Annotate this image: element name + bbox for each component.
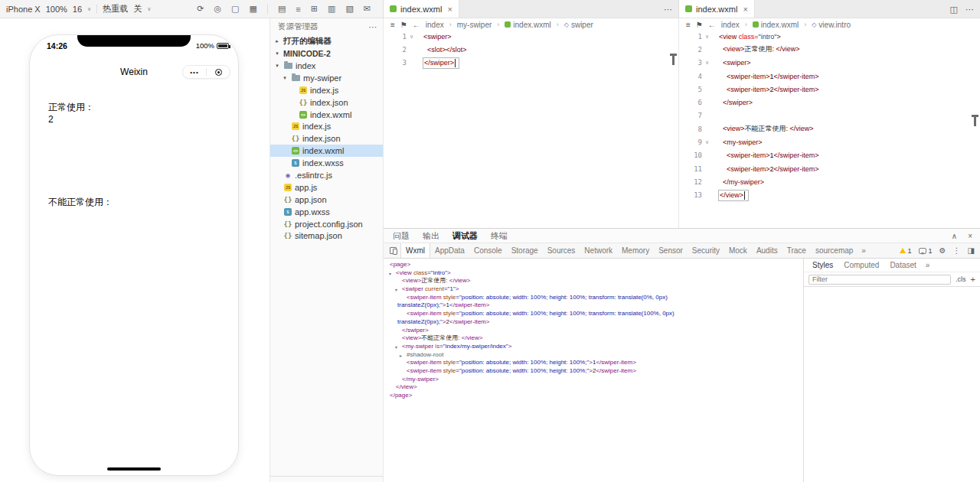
panel-icon[interactable]: ▥ (328, 4, 335, 14)
theme-icon[interactable]: ▧ (345, 4, 353, 14)
tree-file-sitemap.json[interactable]: {}sitemap.json (270, 230, 383, 242)
devtools-tab-sourcemap[interactable]: sourcemap (811, 243, 858, 258)
code-line-5[interactable]: 5 <swiper-item>2</swiper-item> (679, 83, 980, 96)
back-icon[interactable]: ← (413, 21, 420, 29)
bookmark-icon[interactable]: ⚑ (400, 21, 407, 29)
devtools-tab-storage[interactable]: Storage (507, 243, 543, 258)
device-selector[interactable]: iPhone X (6, 5, 41, 14)
zoom-selector[interactable]: 100% (46, 5, 67, 14)
more-actions-icon[interactable]: ⋯ (664, 5, 672, 15)
code-editor[interactable]: 1∨<view class="intro">2 <view>正常使用: </vi… (679, 30, 980, 228)
record-icon[interactable]: ◎ (214, 4, 222, 14)
tab-index-wxml[interactable]: index.wxml × (384, 0, 459, 18)
grid-icon[interactable]: ⊞ (311, 4, 318, 14)
code-line-3[interactable]: 3∨ <swiper> (679, 57, 980, 70)
close-tab-icon[interactable]: × (743, 5, 747, 14)
tab-overflow-icon[interactable]: » (922, 261, 934, 269)
code-line-2[interactable]: 2 <slot></slot> (384, 43, 678, 56)
code-line-2[interactable]: 2 <view>正常使用: </view> (679, 43, 980, 56)
devtools-tab-sensor[interactable]: Sensor (654, 243, 688, 258)
tree-file-index.json[interactable]: {}index.json (270, 132, 383, 145)
devtools-tab-memory[interactable]: Memory (617, 243, 654, 258)
collapse-panel-icon[interactable]: ∧ (952, 232, 957, 240)
devtools-tab-console[interactable]: Console (469, 243, 507, 258)
code-line-13[interactable]: 13</view> (679, 189, 980, 202)
breadcrumb-item[interactable]: my-swiper (457, 21, 492, 29)
code-line-6[interactable]: 6 </swiper> (679, 96, 980, 109)
settings-gear-icon[interactable]: ⚙ (939, 246, 946, 255)
tree-file-app.json[interactable]: {}app.json (270, 194, 383, 206)
devtools-tab-sources[interactable]: Sources (543, 243, 580, 258)
debugger-tab-输出[interactable]: 输出 (423, 230, 439, 242)
devtools-tab-security[interactable]: Security (688, 243, 724, 258)
code-line-4[interactable]: 4 <swiper-item>1</swiper-item> (679, 70, 980, 83)
list-icon[interactable]: ≡ (296, 5, 300, 14)
wxml-tree-node[interactable]: ▾<my-swiper is="index/my-swiper/index"> (384, 343, 803, 351)
files-icon[interactable]: ▤ (278, 4, 286, 14)
tree-file-index.wxss[interactable]: Sindex.wxss (270, 157, 383, 169)
split-editor-icon[interactable]: ◫ (950, 5, 958, 15)
tree-file-index.js[interactable]: JSindex.js (270, 84, 383, 96)
code-line-3[interactable]: 3</swiper> (384, 57, 678, 70)
wxml-tree-node[interactable]: ▾<swiper current="1"> (384, 285, 803, 294)
breadcrumb-item[interactable]: index.wxml (505, 21, 550, 29)
wxml-tree-node[interactable]: </my-swiper> (384, 376, 803, 384)
code-editor[interactable]: 1∨<swiper>2 <slot></slot>3</swiper> (384, 30, 678, 228)
breadcrumb-item[interactable]: index (721, 21, 740, 29)
wxml-tree-node[interactable]: translateZ(0px);">2</swiper-item> (384, 318, 803, 327)
explorer-more-icon[interactable]: ⋯ (369, 22, 377, 31)
devtools-tab-wxml[interactable]: Wxml (400, 243, 430, 258)
fold-arrow-icon[interactable]: ∨ (702, 34, 712, 40)
device-toolbar-icon[interactable] (390, 247, 397, 254)
breadcrumb-item[interactable]: index (426, 21, 444, 29)
breadcrumb-item[interactable]: ◇swiper (564, 21, 593, 29)
wxml-tree-node[interactable]: </page> (384, 392, 803, 400)
tree-folder-my-swiper[interactable]: ▾my-swiper (270, 72, 383, 84)
more-options-icon[interactable]: ⋮ (953, 246, 961, 255)
wxml-tree-node[interactable]: <view>正常使用: </view> (384, 277, 803, 285)
fold-arrow-icon[interactable]: ∨ (702, 139, 712, 145)
tree-file-index.js[interactable]: JSindex.js (270, 120, 383, 132)
wxml-tree-node[interactable]: </view> (384, 383, 803, 392)
wxml-element-tree[interactable]: <page>▾<view class="intro"><view>正常使用: <… (384, 259, 803, 482)
devtools-tab-mock[interactable]: Mock (724, 243, 752, 258)
tree-file-app.wxss[interactable]: Sapp.wxss (270, 206, 383, 218)
code-line-11[interactable]: 11 <swiper-item>2</swiper-item> (679, 162, 980, 175)
code-line-10[interactable]: 10 <swiper-item>1</swiper-item> (679, 149, 980, 162)
debugger-tab-终端[interactable]: 终端 (491, 230, 508, 242)
close-panel-icon[interactable]: × (968, 232, 972, 240)
menu-icon[interactable]: ≡ (390, 21, 395, 29)
style-filter-input[interactable] (808, 275, 951, 285)
styles-tab-computed[interactable]: Computed (838, 261, 884, 269)
section-project[interactable]: ▾ MINICODE-2 (270, 47, 383, 60)
wxml-tree-node[interactable]: ▸#shadow-root (384, 351, 803, 360)
home-button[interactable] (207, 66, 230, 78)
fold-arrow-icon[interactable]: ∨ (407, 34, 416, 40)
tree-file-index.wxml[interactable]: <>index.wxml (270, 145, 383, 157)
code-line-12[interactable]: 12 </my-swiper> (679, 175, 980, 188)
tab-index-wxml[interactable]: index.wxml × (679, 0, 755, 18)
code-line-9[interactable]: 9∨ <my-swiper> (679, 135, 980, 148)
compile-icon[interactable]: ⟳ (197, 4, 204, 14)
wxml-tree-node[interactable]: ▾<view class="intro"> (384, 269, 803, 278)
code-line-1[interactable]: 1∨<swiper> (384, 30, 678, 43)
multi-window-icon[interactable]: ▦ (250, 4, 257, 14)
tree-file-.eslintrc.js[interactable]: ◉.eslintrc.js (270, 169, 383, 181)
bookmark-icon[interactable]: ⚑ (696, 21, 703, 29)
tree-file-app.js[interactable]: JSapp.js (270, 181, 383, 194)
wxml-tree-node[interactable]: <swiper-item style="position: absolute; … (384, 310, 803, 318)
dock-side-icon[interactable]: ◨ (968, 246, 975, 255)
code-line-8[interactable]: 8 <view>不能正常使用: </view> (679, 122, 980, 135)
devtools-tab-network[interactable]: Network (580, 243, 617, 258)
more-actions-icon[interactable]: ⋯ (965, 5, 974, 15)
wxml-tree-node[interactable]: <view>不能正常使用: </view> (384, 334, 803, 343)
styles-tab-dataset[interactable]: Dataset (884, 261, 921, 269)
code-line-1[interactable]: 1∨<view class="intro"> (679, 30, 980, 43)
wxml-tree-node[interactable]: <page> (384, 261, 803, 269)
section-outline[interactable]: ▸ 大纲 (270, 476, 383, 482)
code-line-7[interactable]: 7 (679, 109, 980, 122)
breadcrumb-item[interactable]: index.wxml (753, 21, 799, 29)
warning-badge[interactable]: 1 (900, 247, 912, 255)
wxml-tree-node[interactable]: <swiper-item style="position: absolute; … (384, 367, 803, 376)
new-style-rule-button[interactable]: + (971, 275, 975, 284)
